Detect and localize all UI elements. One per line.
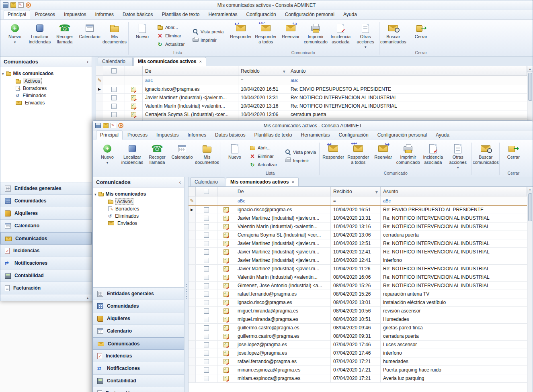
table-row[interactable]: Cerrajeria Soyma SL (Industrial) <cer...… bbox=[189, 231, 527, 239]
nuevo-quick-button[interactable]: Nuevo bbox=[95, 142, 119, 171]
scroll-up-icon[interactable]: ▲ bbox=[527, 66, 533, 72]
row-checkbox-cell[interactable] bbox=[103, 102, 125, 110]
row-checkbox-cell[interactable] bbox=[196, 273, 217, 281]
expander-icon[interactable] bbox=[94, 191, 96, 197]
table-row[interactable]: jose.lopez@pragma.es 07/04/2020 17:46 Lu… bbox=[189, 341, 527, 349]
ribbon-tab[interactable]: Configuración bbox=[335, 131, 373, 140]
document-tab[interactable]: Mis comunicados activos × bbox=[133, 57, 206, 66]
table-row[interactable]: Gimenez, Jose Antonio (Industrial) <a...… bbox=[189, 282, 527, 290]
ribbon-tab[interactable]: Informes bbox=[183, 131, 210, 140]
filter-de-cell[interactable]: aBc bbox=[235, 196, 331, 205]
nav-item[interactable]: Incidencias bbox=[93, 350, 184, 362]
localizar-incidencias-button[interactable]: Localizar incidencias bbox=[28, 21, 52, 50]
table-row[interactable]: Cerrajeria Soyma SL (Industrial) <cer...… bbox=[96, 110, 527, 119]
ribbon-tab[interactable]: Datos básicos bbox=[119, 10, 157, 19]
table-row[interactable]: miriam.espinoza@pragma.es 07/04/2020 17:… bbox=[189, 374, 527, 383]
responder-a-todos-button[interactable]: Responder a todos bbox=[346, 142, 370, 171]
ribbon-tab[interactable]: Ayuda bbox=[432, 131, 453, 140]
row-checkbox-cell[interactable] bbox=[196, 214, 217, 222]
nav-item[interactable]: Notificaciones bbox=[0, 257, 92, 270]
nav-item[interactable]: Entidades generales bbox=[93, 288, 184, 300]
imprimir-button[interactable]: Imprimir bbox=[283, 157, 318, 165]
otras-acciones-button[interactable]: Otras acciones bbox=[446, 142, 470, 171]
nav-item[interactable]: Contabilidad bbox=[0, 270, 92, 282]
ribbon-tab[interactable]: Configuración bbox=[242, 10, 280, 19]
broadcast-quick-icon[interactable] bbox=[118, 123, 123, 128]
header-checkbox[interactable] bbox=[196, 187, 217, 196]
row-checkbox-cell[interactable] bbox=[196, 265, 217, 273]
row-checkbox-cell[interactable] bbox=[196, 206, 217, 214]
vista-previa-button[interactable]: Vista previa bbox=[283, 148, 318, 156]
ribbon-tab[interactable]: Herramientas bbox=[297, 131, 334, 140]
ribbon-tab[interactable]: Configuración personal bbox=[281, 10, 338, 19]
nav-item[interactable]: Comunicados bbox=[0, 232, 92, 245]
header-recibido[interactable]: Recibido bbox=[331, 187, 381, 196]
cerrar-button[interactable]: Cerrar bbox=[501, 142, 525, 171]
filter-recibido-cell[interactable]: = bbox=[238, 76, 288, 85]
nuevo-lista-button[interactable]: Nuevo bbox=[130, 21, 154, 50]
table-row[interactable]: Javier Martinez (Industrial) <javier.m..… bbox=[189, 214, 527, 223]
table-row[interactable]: guillermo.castro@pragma.es 08/04/2020 09… bbox=[189, 332, 527, 341]
row-checkbox-cell[interactable] bbox=[103, 110, 125, 118]
tree-item[interactable]: Enviados bbox=[108, 220, 182, 227]
nav-item[interactable]: Entidades generales bbox=[0, 182, 92, 195]
tree-item[interactable]: Eliminados bbox=[16, 92, 90, 99]
row-checkbox-cell[interactable] bbox=[196, 248, 217, 256]
header-checkbox[interactable] bbox=[103, 66, 125, 76]
abrir-button[interactable]: Abrir... bbox=[155, 23, 190, 31]
localizar-incidencias-button[interactable]: Localizar incidencias bbox=[120, 142, 144, 171]
nav-item[interactable]: Calendario bbox=[0, 220, 92, 232]
row-checkbox-cell[interactable] bbox=[103, 85, 125, 93]
note-quick-icon[interactable] bbox=[111, 123, 116, 128]
tab-close-icon[interactable]: × bbox=[291, 180, 294, 184]
imprimir-button[interactable]: Imprimir bbox=[191, 36, 225, 44]
panel-collapse-icon[interactable]: ‹ bbox=[179, 179, 181, 185]
row-checkbox-cell[interactable] bbox=[196, 341, 217, 349]
table-row[interactable]: miguel.miranda@pragma.es 08/04/2020 10:5… bbox=[189, 315, 527, 324]
table-row[interactable]: rafael.ferrando@pragma.es 08/04/2020 15:… bbox=[189, 290, 527, 298]
header-icon-column[interactable] bbox=[125, 66, 143, 76]
filter-asunto-cell[interactable]: aBc bbox=[288, 76, 527, 85]
row-checkbox-cell[interactable] bbox=[196, 324, 217, 332]
tree-root-mis-comunicados[interactable]: Mis comunicados bbox=[2, 69, 90, 78]
row-checkbox-cell[interactable] bbox=[196, 332, 217, 340]
cerrar-button[interactable]: Cerrar bbox=[409, 21, 433, 50]
table-row[interactable]: Javier Martinez (Industrial) <javier.m..… bbox=[189, 256, 527, 265]
tree-item[interactable]: Borradores bbox=[108, 205, 182, 212]
ribbon-tab[interactable]: Principal bbox=[96, 131, 123, 140]
nav-item[interactable]: Facturación bbox=[0, 282, 92, 294]
table-row[interactable]: jose.lopez@pragma.es 07/04/2020 17:46 in… bbox=[189, 349, 527, 357]
filter-checkbox-cell[interactable] bbox=[196, 196, 217, 205]
buscar-comunicados-button[interactable]: Buscar comunicados bbox=[381, 21, 405, 50]
reenviar-button[interactable]: Reenviar bbox=[279, 21, 303, 50]
table-row[interactable]: ▶ ignacio.risco@pragma.es 10/04/2020 16:… bbox=[189, 206, 527, 214]
tree-item[interactable]: Borradores bbox=[16, 85, 90, 92]
vista-previa-button[interactable]: Vista previa bbox=[191, 28, 225, 36]
mail-quick-icon[interactable] bbox=[103, 123, 109, 128]
expander-icon[interactable] bbox=[2, 71, 4, 76]
table-row[interactable]: Javier Martinez (Industrial) <javier.m..… bbox=[96, 94, 527, 102]
header-asunto[interactable]: Asunto bbox=[381, 187, 527, 196]
row-checkbox-cell[interactable] bbox=[196, 223, 217, 231]
filter-icon-cell[interactable] bbox=[217, 196, 235, 205]
table-row[interactable]: miguel.miranda@pragma.es 08/04/2020 10:5… bbox=[189, 307, 527, 315]
row-checkbox-cell[interactable] bbox=[196, 231, 217, 239]
document-tab[interactable]: Mis comunicados activos × bbox=[226, 178, 299, 186]
row-checkbox-cell[interactable] bbox=[196, 374, 217, 382]
tree-root-mis-comunicados[interactable]: Mis comunicados bbox=[94, 190, 182, 198]
nav-item[interactable]: Comunidades bbox=[0, 195, 92, 207]
actualizar-button[interactable]: Actualizar bbox=[155, 40, 190, 48]
tree-item[interactable]: Activos bbox=[108, 198, 182, 205]
ribbon-tab[interactable]: Impuestos bbox=[152, 131, 182, 140]
filter-checkbox-cell[interactable] bbox=[103, 76, 125, 85]
scroll-thumb[interactable] bbox=[528, 73, 532, 101]
header-asunto[interactable]: Asunto bbox=[288, 66, 527, 76]
panel-splitter[interactable] bbox=[184, 177, 189, 392]
nav-item[interactable]: Calendario bbox=[93, 325, 184, 337]
nav-item[interactable]: Incidencias bbox=[0, 245, 92, 257]
ribbon-tab[interactable]: Procesos bbox=[31, 10, 59, 19]
row-checkbox-cell[interactable] bbox=[103, 94, 125, 102]
nuevo-quick-button[interactable]: Nuevo bbox=[3, 21, 27, 50]
filter-dropdown-icon[interactable] bbox=[283, 68, 285, 74]
nav-collapse-icon[interactable] bbox=[87, 296, 88, 300]
